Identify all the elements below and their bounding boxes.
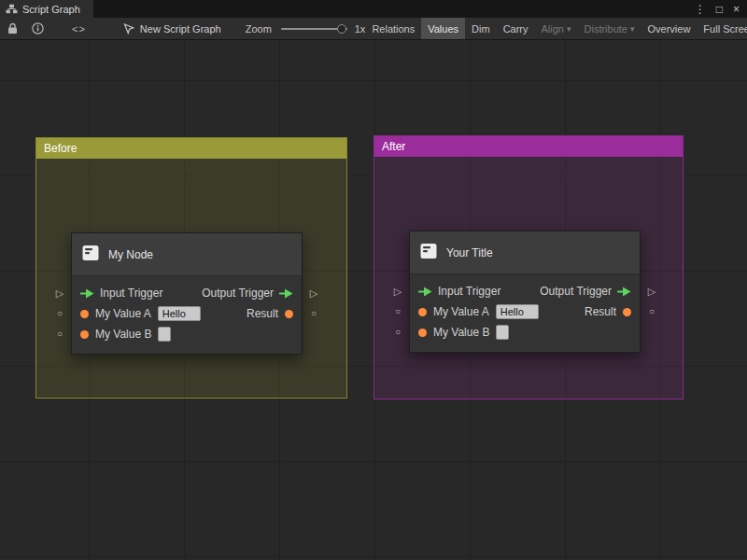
value-output-port-icon[interactable] <box>623 308 631 316</box>
group-header[interactable]: Before <box>36 138 346 159</box>
dim-button[interactable]: Dim <box>465 18 497 39</box>
node-my-node[interactable]: My Node ▷ Input Trigger Output Trigger ▷ <box>71 232 303 355</box>
value-input-field[interactable] <box>496 325 509 340</box>
port-row: ○ My Value B <box>410 322 640 343</box>
distribute-label: Distribute <box>585 23 627 35</box>
value-input-external-port[interactable]: ○ <box>390 328 405 337</box>
flow-input-icon[interactable] <box>80 288 94 299</box>
group-before[interactable]: Before My Node ▷ Input <box>35 137 347 399</box>
port-label: Result <box>585 305 616 318</box>
lock-icon[interactable] <box>7 22 18 35</box>
port-row: ○ My Value A Result ○ <box>410 301 640 322</box>
unit-icon <box>419 242 438 263</box>
distribute-dropdown[interactable]: Distribute ▾ <box>578 18 641 39</box>
value-output-external-port[interactable]: ○ <box>644 307 659 316</box>
window-maximize-icon[interactable]: □ <box>716 4 723 15</box>
value-input-field[interactable] <box>158 327 171 342</box>
flow-output-icon[interactable] <box>617 287 631 297</box>
align-dropdown[interactable]: Align ▾ <box>535 18 578 39</box>
overview-button[interactable]: Overview <box>641 18 698 39</box>
node-body: ▷ Input Trigger Output Trigger ▷ ○ My V <box>72 276 302 354</box>
port-label: My Value A <box>95 307 151 320</box>
value-input-field[interactable] <box>496 304 539 319</box>
tab-title: Script Graph <box>22 4 80 15</box>
port-label: My Value B <box>95 328 151 341</box>
port-label: Result <box>247 307 278 320</box>
port-label: Input Trigger <box>438 285 500 298</box>
chevron-down-icon: ▾ <box>630 24 635 34</box>
window-tab-bar: Script Graph ⋮ □ × <box>0 0 747 18</box>
value-input-external-port[interactable]: ○ <box>52 329 67 339</box>
zoom-slider-knob[interactable] <box>337 24 346 34</box>
relations-button[interactable]: Relations <box>365 18 421 39</box>
carry-button[interactable]: Carry <box>497 18 535 39</box>
flow-output-icon[interactable] <box>279 288 293 299</box>
unit-icon <box>81 244 100 265</box>
flow-input-external-port[interactable]: ▷ <box>390 287 405 297</box>
graph-canvas[interactable]: Before My Node ▷ Input <box>0 40 747 560</box>
tab-bar-spacer <box>93 0 695 18</box>
tab-script-graph[interactable]: Script Graph <box>0 0 93 18</box>
flow-output-external-port[interactable]: ▷ <box>644 287 659 297</box>
chevron-down-icon: ▾ <box>567 24 571 34</box>
window-menu-icon[interactable]: ⋮ <box>695 4 706 15</box>
node-your-title[interactable]: Your Title ▷ Input Trigger Output Trigge… <box>409 231 641 353</box>
value-input-port-icon[interactable] <box>80 310 89 318</box>
port-row: ○ My Value A Result ○ <box>72 303 302 324</box>
value-input-field[interactable] <box>158 306 201 321</box>
value-input-port-icon[interactable] <box>80 330 89 339</box>
port-label: My Value B <box>433 326 489 339</box>
port-row: ▷ Input Trigger Output Trigger ▷ <box>410 281 640 301</box>
fullscreen-button[interactable]: Full Screen <box>697 18 747 39</box>
value-input-external-port[interactable]: ○ <box>390 307 405 316</box>
node-body: ▷ Input Trigger Output Trigger ▷ ○ My V <box>410 274 640 352</box>
node-header[interactable]: Your Title <box>410 231 640 274</box>
port-label: Output Trigger <box>540 285 612 298</box>
value-input-port-icon[interactable] <box>418 329 427 337</box>
window-close-icon[interactable]: × <box>733 4 740 15</box>
group-header[interactable]: After <box>374 136 683 157</box>
zoom-label: Zoom <box>246 23 272 35</box>
port-label: My Value A <box>433 305 489 318</box>
graph-toolbar: <> New Script Graph Zoom 1x Relations Va… <box>0 18 747 40</box>
port-label: Input Trigger <box>100 287 162 300</box>
flow-input-icon[interactable] <box>418 287 432 297</box>
node-header[interactable]: My Node <box>72 233 302 276</box>
graph-pointer-icon <box>123 23 134 35</box>
node-title: My Node <box>108 248 153 261</box>
info-icon[interactable] <box>32 22 44 35</box>
zoom-slider[interactable] <box>281 23 347 35</box>
value-output-external-port[interactable]: ○ <box>306 309 321 318</box>
align-label: Align <box>542 23 564 35</box>
zoom-value: 1x <box>355 23 366 35</box>
port-row: ▷ Input Trigger Output Trigger ▷ <box>72 283 302 303</box>
value-output-port-icon[interactable] <box>285 310 293 318</box>
flow-input-external-port[interactable]: ▷ <box>52 288 67 299</box>
port-label: Output Trigger <box>202 287 274 300</box>
code-view-icon[interactable]: <> <box>72 23 86 35</box>
script-graph-icon <box>6 4 18 14</box>
graph-name-label[interactable]: New Script Graph <box>140 23 221 35</box>
flow-output-external-port[interactable]: ▷ <box>306 288 321 299</box>
value-input-port-icon[interactable] <box>418 308 427 316</box>
node-title: Your Title <box>446 246 493 259</box>
value-input-external-port[interactable]: ○ <box>52 309 67 318</box>
values-button[interactable]: Values <box>421 18 465 39</box>
port-row: ○ My Value B <box>72 324 302 344</box>
group-after[interactable]: After Your Title ▷ Inp <box>374 135 684 399</box>
